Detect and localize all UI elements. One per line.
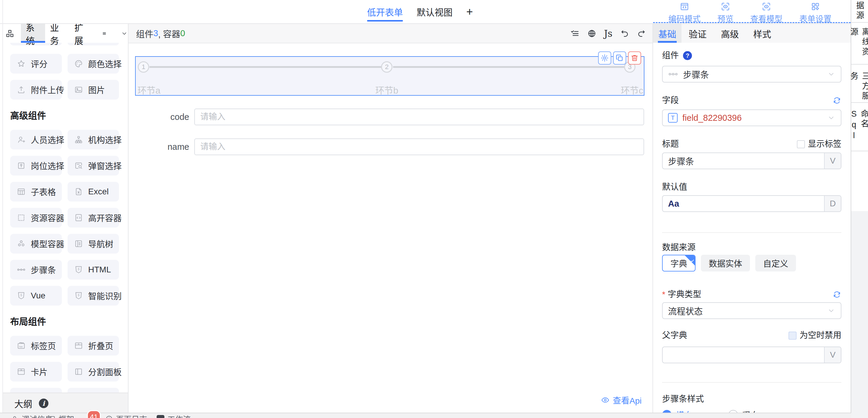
statusbar-item-框架[interactable]: 框架 [48,415,74,418]
component-tile-分割面板[interactable]: 分割面板 [67,362,119,382]
sidebar-tab-系统[interactable]: 系统 [21,24,45,43]
code-window-icon [680,2,689,11]
svg-text:Tab: Tab [19,345,23,348]
strip-item-三方服务[interactable]: 三方服务 [851,65,868,103]
component-tile-智能识别[interactable]: 5智能识别 [67,286,119,305]
statusbar-item-调试信息[interactable]: 调试信息 [11,415,53,418]
js-editor-icon[interactable]: Js [604,28,613,39]
component-tile-模型容器[interactable]: 模型容器 [10,234,62,253]
component-label: 组件 [662,50,679,61]
sidebar-tab-扩展[interactable]: 扩展 [70,24,94,43]
strip-item-离线资源[interactable]: 离线资源 [851,23,868,65]
validate-list-icon[interactable] [570,29,580,38]
help-question-icon[interactable]: ? [683,51,692,60]
strip-item-据源[interactable]: 据源 [851,0,868,23]
dashed-rect-icon [17,213,26,222]
action-查看模型[interactable]: 查看模型 [750,2,782,24]
dark-box-icon [157,415,164,418]
outline-bar[interactable]: 大纲 i [3,393,128,413]
chevron-down-icon [827,114,835,122]
component-tile-评分[interactable]: 评分 [10,54,62,73]
field-input-code[interactable] [194,109,644,125]
component-tile-HTML[interactable]: 5HTML [67,260,119,279]
default-data-button[interactable]: D [824,196,841,211]
title-input-group[interactable]: 步骤条 V [662,152,841,169]
component-tile-机构选择[interactable]: 机构选择 [67,130,119,149]
settings-button[interactable] [598,52,611,65]
component-tile-人员选择[interactable]: 人员选择 [10,130,62,149]
refresh-icon[interactable] [832,96,841,105]
statusbar-item-页面日志[interactable]: 页面日志 [105,415,147,418]
action-表单设置[interactable]: 表单设置 [799,2,832,24]
field-label: 字段 [662,95,679,106]
component-tile-弹窗选择[interactable]: 弹窗选择 [67,156,119,176]
globe-icon[interactable] [587,29,596,38]
copy-button[interactable] [613,52,626,65]
datasource-option-自定义[interactable]: 自定义 [755,255,796,271]
component-tile-子表格[interactable]: 子表格 [10,182,62,202]
datasource-row-label: 数据来源 [662,242,841,253]
disable-when-empty-checkbox[interactable]: 为空时禁用 [788,330,841,341]
redo-icon[interactable] [637,29,646,38]
show-label-checkbox[interactable]: 显示标签 [797,139,841,149]
view-api-label: 查看Api [613,394,642,406]
tab-page-icon: Tab [17,341,26,350]
panel-tab-基础[interactable]: 基础 [653,24,681,43]
delete-button[interactable] [628,52,641,65]
strip-item-命名Sql[interactable]: 命名Sql [851,103,868,151]
component-count-label: 组件 [136,27,153,40]
refresh-icon[interactable] [832,290,841,299]
chevron-down-icon[interactable] [121,30,128,37]
component-tile-标签页[interactable]: Tab标签页 [10,336,62,356]
component-select[interactable]: 步骤条 [662,66,841,83]
menu-lines-icon[interactable] [102,31,107,36]
component-tile-卡片[interactable]: 卡片 [10,362,62,382]
form-tab-0[interactable]: 低开表单 [367,0,403,23]
status-bar: 调试信息框架页面日志工作流41 [0,413,851,418]
add-tab-button[interactable]: + [466,6,473,17]
cubes-icon [17,239,26,248]
checkbox-box [788,332,797,340]
undo-icon[interactable] [620,29,629,38]
view-api-link[interactable]: 查看Api [601,394,642,406]
panel-tab-验证[interactable]: 验证 [681,24,714,43]
component-tile-步骤条[interactable]: 步骤条 [10,260,62,279]
form-tab-1[interactable]: 默认视图 [417,0,453,23]
components-grid-icon[interactable] [5,29,14,38]
title-variable-button[interactable]: V [824,153,841,169]
component-tile-图片[interactable]: 图片 [67,80,119,99]
component-tile-颜色选择[interactable]: 颜色选择 [67,54,119,73]
component-tile-折叠页[interactable]: 折叠页 [67,336,119,356]
selected-steps-component[interactable]: 1环节a2环节b3环节c [135,56,644,96]
default-input-group[interactable]: Aa D [662,195,841,212]
component-tile-资源容器[interactable]: 资源容器 [10,208,62,228]
component-tile-导航树[interactable]: 导航树 [67,234,119,253]
title-row-label: 标题 显示标签 [662,139,841,149]
sidebar-tab-业务[interactable]: 业务 [45,24,69,43]
step-circle-2: 2 [381,61,393,73]
component-tile-高开容器[interactable]: 高开容器 [67,208,119,228]
component-action-toolbar [598,52,641,65]
popup-search-icon [74,161,83,170]
title-label: 标题 [662,139,679,149]
panel-tab-高级[interactable]: 高级 [714,24,746,43]
org-tree-icon [74,135,83,144]
dict-type-value: 流程状态 [668,304,703,317]
component-tile-岗位选择[interactable]: 岗位选择 [10,156,62,176]
datasource-option-数据实体[interactable]: 数据实体 [701,255,750,271]
action-预览[interactable]: 预览 [717,2,734,24]
dict-type-select[interactable]: 流程状态 [662,302,841,319]
field-select[interactable]: T field_82290396 [662,110,841,126]
parent-dict-input-group[interactable]: V [662,347,841,363]
component-tile-Excel[interactable]: Excel [67,182,119,202]
datasource-option-字典[interactable]: 字典 [662,255,695,271]
field-input-name[interactable] [194,139,644,155]
statusbar-item-工作流[interactable]: 工作流 [157,415,191,418]
parent-dict-variable-button[interactable]: V [824,347,841,363]
canvas-toolbar: Js [570,24,646,43]
chevron-down-icon [827,70,835,78]
action-编码模式[interactable]: 编码模式 [668,2,701,24]
component-tile-Vue[interactable]: 5Vue [10,286,62,305]
panel-tab-样式[interactable]: 样式 [746,24,778,43]
component-tile-附件上传[interactable]: 附件上传 [10,80,62,99]
